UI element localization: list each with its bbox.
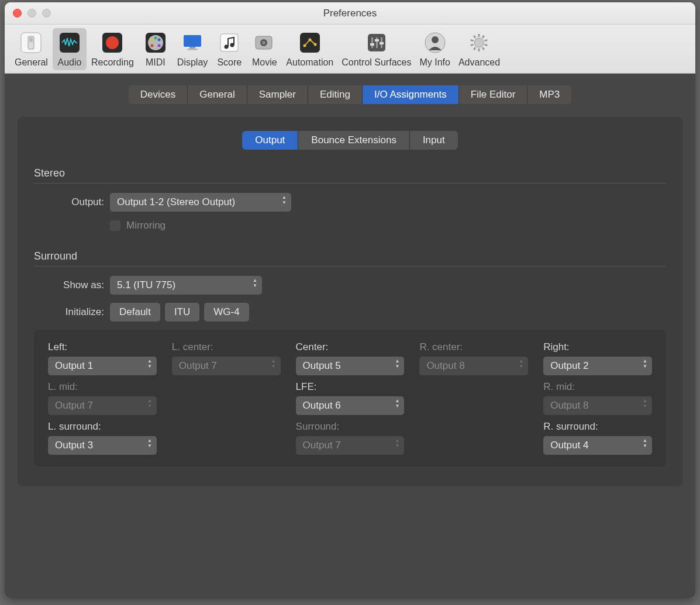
tab-mp3[interactable]: MP3 — [527, 85, 571, 104]
init-wg-4-button[interactable]: WG-4 — [204, 303, 249, 321]
toolbar-score[interactable]: Score — [212, 28, 246, 70]
svg-point-8 — [150, 38, 153, 41]
init-itu-button[interactable]: ITU — [165, 303, 199, 321]
subtab-bounce-extensions[interactable]: Bounce Extensions — [298, 131, 410, 150]
stereo-output-label: Output: — [34, 196, 110, 208]
toolbar-label: General — [15, 57, 48, 68]
audio-icon — [56, 29, 83, 56]
stereo-output-value: Output 1-2 (Stereo Output) — [117, 196, 235, 208]
channel-label: L. surround: — [48, 421, 157, 433]
channel-r-center: R. center:Output 8▲▼ — [419, 341, 528, 375]
channel-lfe: LFE:Output 6▲▼ — [296, 381, 405, 415]
init-default-button[interactable]: Default — [110, 303, 160, 321]
toolbar-display[interactable]: Display — [174, 28, 211, 70]
tab-sampler[interactable]: Sampler — [247, 85, 308, 104]
chevron-updown-icon: ▲▼ — [519, 359, 523, 368]
channel-l-surround: L. surround:Output 3▲▼ — [48, 421, 157, 455]
toolbar-label: Score — [217, 57, 242, 68]
toolbar-label: Automation — [286, 57, 333, 68]
chevron-updown-icon: ▲▼ — [282, 195, 287, 205]
channel-grid: Left:Output 1▲▼L. center:Output 7▲▼Cente… — [34, 330, 666, 466]
channel-value: Output 2 — [550, 360, 588, 372]
svg-line-42 — [474, 47, 476, 50]
channel-value: Output 7 — [179, 360, 217, 372]
toolbar-audio[interactable]: Audio — [53, 28, 87, 70]
channel-center: Center:Output 5▲▼ — [296, 341, 405, 375]
chevron-updown-icon: ▲▼ — [643, 399, 647, 408]
svg-rect-15 — [187, 49, 198, 50]
toolbar-automation[interactable]: Automation — [282, 28, 337, 70]
movie-icon — [251, 29, 278, 56]
control-surfaces-icon — [363, 29, 390, 56]
chevron-updown-icon: ▲▼ — [395, 359, 399, 368]
channel-label: Right: — [543, 341, 652, 353]
svg-point-5 — [106, 36, 119, 49]
toolbar-label: Display — [177, 57, 208, 68]
automation-icon — [296, 29, 323, 56]
showas-popup[interactable]: 5.1 (ITU 775) ▲▼ — [110, 276, 262, 295]
channel-right-popup[interactable]: Output 2▲▼ — [543, 357, 652, 375]
svg-rect-27 — [371, 37, 373, 48]
svg-rect-16 — [220, 34, 238, 51]
main-area: DevicesGeneralSamplerEditingI/O Assignme… — [5, 74, 695, 599]
toolbar-midi[interactable]: MIDI — [139, 28, 173, 70]
toolbar-recording[interactable]: Recording — [88, 28, 137, 70]
preferences-window: Preferences GeneralAudioRecordingMIDIDis… — [5, 2, 695, 599]
toolbar-label: Audio — [57, 57, 81, 68]
toolbar-my-info[interactable]: My Info — [416, 28, 453, 70]
stereo-heading: Stereo — [34, 167, 666, 184]
channel-r-surround-popup[interactable]: Output 4▲▼ — [543, 436, 652, 455]
tab-i-o-assignments[interactable]: I/O Assignments — [363, 85, 459, 104]
channel-surround: Surround:Output 7▲▼ — [296, 421, 405, 455]
channel-left-popup[interactable]: Output 1▲▼ — [48, 357, 157, 375]
channel-surround-popup: Output 7▲▼ — [296, 436, 405, 455]
channel-label: Center: — [296, 341, 405, 353]
checkbox-icon — [110, 220, 120, 231]
tab-devices[interactable]: Devices — [129, 85, 188, 104]
svg-line-40 — [482, 47, 484, 50]
io-panel: OutputBounce ExtensionsInput Stereo Outp… — [18, 117, 682, 486]
channel-l-mid-popup: Output 7▲▼ — [48, 396, 157, 415]
tab-editing[interactable]: Editing — [308, 85, 363, 104]
preferences-toolbar: GeneralAudioRecordingMIDIDisplayScoreMov… — [5, 25, 695, 74]
subtab-input[interactable]: Input — [410, 131, 458, 150]
svg-rect-31 — [375, 39, 379, 42]
svg-line-38 — [485, 40, 488, 41]
chevron-updown-icon: ▲▼ — [147, 438, 152, 448]
tab-general[interactable]: General — [188, 85, 247, 104]
channel-label: Surround: — [296, 421, 405, 433]
channel-l-surround-popup[interactable]: Output 3▲▼ — [48, 436, 157, 455]
svg-rect-30 — [370, 43, 374, 46]
channel-label: R. center: — [419, 341, 528, 353]
channel-center-popup[interactable]: Output 5▲▼ — [296, 357, 405, 375]
channel-value: Output 4 — [550, 440, 588, 451]
toolbar-control-surfaces[interactable]: Control Surfaces — [338, 28, 415, 70]
display-icon — [179, 29, 206, 56]
channel-lfe-popup[interactable]: Output 6▲▼ — [296, 396, 405, 415]
stereo-output-popup[interactable]: Output 1-2 (Stereo Output) ▲▼ — [110, 193, 291, 212]
svg-point-21 — [262, 41, 265, 44]
channel-label: L. center: — [172, 341, 281, 353]
channel-label: L. mid: — [48, 381, 157, 393]
chevron-updown-icon: ▲▼ — [643, 438, 647, 448]
svg-rect-13 — [184, 35, 201, 47]
channel-value: Output 3 — [55, 440, 93, 451]
chevron-updown-icon: ▲▼ — [253, 278, 257, 288]
channel-label: R. mid: — [543, 381, 652, 393]
channel-value: Output 8 — [550, 400, 588, 412]
initialize-label: Initialize: — [34, 306, 110, 318]
my-info-icon — [422, 29, 449, 56]
io-subtabs: OutputBounce ExtensionsInput — [242, 131, 457, 150]
midi-icon — [142, 29, 169, 56]
channel-label: Left: — [48, 341, 157, 353]
toolbar-label: My Info — [419, 57, 450, 68]
titlebar: Preferences — [5, 2, 695, 25]
toolbar-advanced[interactable]: Advanced — [455, 28, 504, 70]
chevron-updown-icon: ▲▼ — [147, 359, 152, 368]
window-title: Preferences — [5, 8, 695, 19]
toolbar-general[interactable]: General — [11, 28, 51, 70]
svg-rect-32 — [380, 42, 384, 44]
tab-file-editor[interactable]: File Editor — [459, 85, 528, 104]
subtab-output[interactable]: Output — [242, 131, 298, 150]
toolbar-movie[interactable]: Movie — [247, 28, 281, 70]
